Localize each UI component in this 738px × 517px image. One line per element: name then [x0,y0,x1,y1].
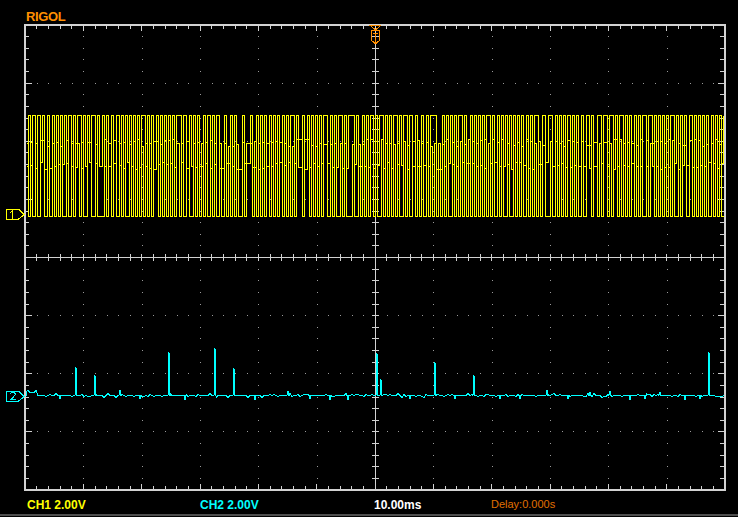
svg-text:CH2 2.00V: CH2 2.00V [200,498,259,512]
svg-text:CH1 2.00V: CH1 2.00V [27,498,86,512]
svg-text:RIGOL: RIGOL [26,9,66,24]
svg-text:10.00ms: 10.00ms [374,498,422,512]
svg-text:Delay:0.000s: Delay:0.000s [491,498,556,510]
